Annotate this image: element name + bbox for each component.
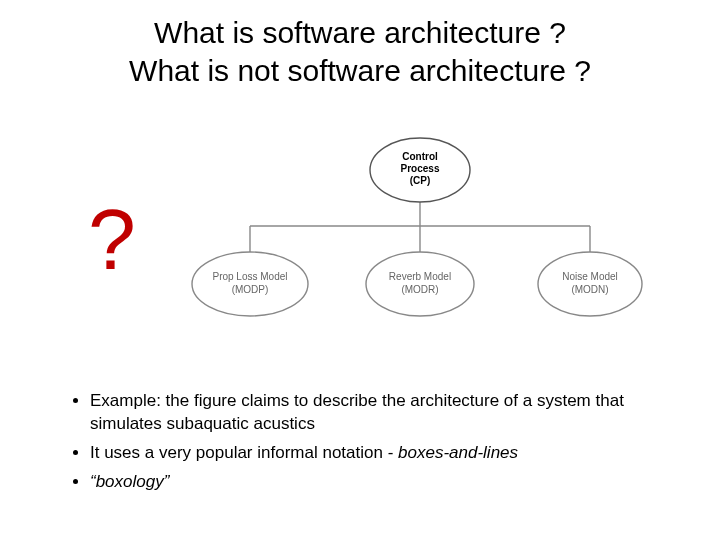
title-line-1: What is software architecture ? [154,16,566,49]
diagram-left-line2: (MODP) [232,284,269,295]
diagram-right-line2: (MODN) [571,284,608,295]
title-line-2: What is not software architecture ? [129,54,591,87]
diagram-root-line3: (CP) [410,175,431,186]
slide-title: What is software architecture ? What is … [30,14,690,89]
diagram-left-line1: Prop Loss Model [212,271,287,282]
bullet-1-text: Example: the figure claims to describe t… [90,391,624,433]
diagram-root-line1: Control [402,151,438,162]
diagram-mid-line2: (MODR) [401,284,438,295]
bullet-2-text-b: boxes-and-lines [398,443,518,462]
bullet-2-text-a: It uses a very popular informal notation… [90,443,398,462]
bullet-list: Example: the figure claims to describe t… [68,390,690,500]
diagram-right-line1: Noise Model [562,271,618,282]
slide: What is software architecture ? What is … [0,0,720,540]
diagram-mid-line1: Reverb Model [389,271,451,282]
bullet-2: It uses a very popular informal notation… [90,442,690,465]
bullet-1: Example: the figure claims to describe t… [90,390,690,436]
bullet-3-text: “boxology” [90,472,169,491]
big-question-mark: ? [88,190,136,289]
diagram-root-line2: Process [401,163,440,174]
bullet-3: “boxology” [90,471,690,494]
architecture-diagram: Control Process (CP) Prop Loss Model (MO… [190,134,650,344]
